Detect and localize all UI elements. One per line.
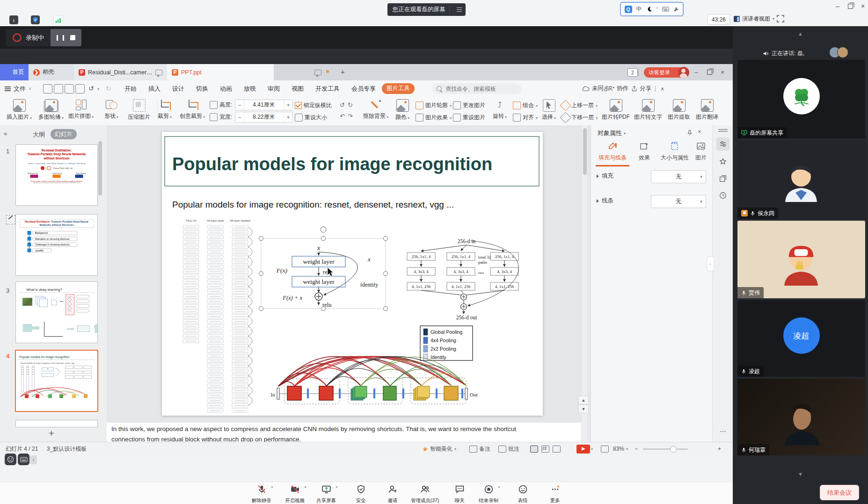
history-strip-icon[interactable] bbox=[716, 189, 729, 202]
collapse-ribbon-icon[interactable]: ∧ bbox=[661, 80, 664, 97]
tab-size-properties[interactable]: 大小与属性 bbox=[659, 141, 690, 162]
creative-crop-button[interactable]: 创意裁剪 bbox=[177, 99, 208, 120]
pause-recording-button[interactable] bbox=[57, 35, 64, 41]
picture-effects-button[interactable]: 图片效果 bbox=[416, 112, 452, 122]
notes-button[interactable]: 备注 bbox=[469, 442, 490, 455]
line-section[interactable]: 线条 bbox=[597, 197, 613, 205]
zoom-in-button[interactable]: + bbox=[718, 442, 721, 455]
keyboard-gadget-button[interactable] bbox=[18, 454, 29, 465]
menu-insert[interactable]: 插入 bbox=[148, 80, 160, 97]
collapse-gadgets-chevron[interactable]: ‹ bbox=[30, 455, 37, 464]
slide-sorter-view-button[interactable] bbox=[541, 446, 549, 453]
guest-login-button[interactable]: 访客登录 bbox=[644, 67, 689, 78]
scroll-down-icon[interactable]: ▼ bbox=[798, 471, 803, 477]
share-button[interactable]: 分享 bbox=[631, 80, 651, 97]
tab-pdf-document[interactable]: P Residual_Disti...camera (1).pdf bbox=[74, 64, 175, 80]
lock-ratio-checkbox[interactable]: 锁定纵横比 bbox=[295, 100, 332, 110]
width-increase[interactable]: + bbox=[284, 112, 292, 122]
stop-recording-toolbar-button[interactable]: ▲ 结束录制 bbox=[472, 484, 505, 504]
collapse-properties-handle[interactable]: › bbox=[707, 256, 713, 271]
manage-members-button[interactable]: 管理成员(37) bbox=[408, 484, 442, 504]
output-icon[interactable] bbox=[54, 84, 63, 94]
crop-button[interactable]: 裁剪 bbox=[153, 99, 177, 120]
tab-slides[interactable]: 幻灯片 bbox=[51, 129, 77, 139]
scroll-up-icon[interactable]: ▲ bbox=[798, 31, 803, 36]
object-properties-icon[interactable] bbox=[716, 137, 729, 151]
height-decrease[interactable]: − bbox=[235, 100, 244, 110]
wps-restore-button[interactable] bbox=[705, 68, 714, 76]
end-meeting-button[interactable]: 结束会议 bbox=[820, 485, 859, 500]
pin-icon[interactable] bbox=[686, 130, 693, 136]
zoom-out-button[interactable]: − bbox=[635, 442, 638, 455]
undo-icon[interactable]: ↺ bbox=[88, 85, 94, 92]
picture-to-text-button[interactable]: 图片转文字 bbox=[633, 99, 663, 121]
slide-thumbnail-3[interactable]: What is deep learning? bbox=[15, 281, 98, 343]
menu-slideshow[interactable]: 放映 bbox=[244, 80, 256, 97]
reading-view-button[interactable] bbox=[553, 446, 561, 453]
color-button[interactable]: 颜色 bbox=[392, 99, 413, 121]
change-picture-button[interactable]: 更改图片 bbox=[453, 100, 485, 110]
effects-strip-icon[interactable] bbox=[716, 155, 729, 168]
sync-status[interactable]: 未同步 bbox=[582, 80, 610, 97]
participant-tile-5[interactable]: 何瑞霖 bbox=[737, 379, 865, 455]
undo-caret[interactable]: ▾ bbox=[97, 87, 99, 91]
save-icon[interactable] bbox=[43, 84, 52, 94]
ime-punct-icon[interactable]: ” bbox=[656, 7, 658, 12]
comments-button[interactable]: 批注 bbox=[498, 442, 519, 455]
align-button[interactable]: 对齐 bbox=[513, 112, 538, 122]
carousel-button[interactable]: 多图轮播 bbox=[36, 99, 66, 121]
collage-button[interactable]: 图片拼图 bbox=[66, 99, 96, 120]
bring-forward-button[interactable]: 上移一层 bbox=[562, 100, 598, 110]
notes-preview[interactable]: In this work, we proposed a new aspect t… bbox=[107, 423, 581, 442]
menu-animation[interactable]: 动画 bbox=[220, 80, 232, 97]
strip-more-icon[interactable]: ⋯ bbox=[716, 425, 729, 438]
collapse-panel-button[interactable]: « bbox=[4, 130, 7, 137]
file-menu[interactable]: 文件 ∨ bbox=[5, 80, 31, 97]
tab-effects[interactable]: 效果 bbox=[635, 141, 654, 162]
rotate-button[interactable]: ⤴ 旋转 bbox=[489, 99, 510, 120]
slide-thumbnail-2[interactable]: Residual Distillation: Towards Portable … bbox=[15, 214, 98, 276]
slide-subtitle[interactable]: Popular models for image recognition: re… bbox=[172, 200, 454, 209]
close-panel-icon[interactable]: × bbox=[698, 128, 701, 135]
width-decrease[interactable]: − bbox=[235, 112, 244, 122]
search-input[interactable] bbox=[445, 85, 507, 93]
preview-icon[interactable] bbox=[75, 84, 85, 94]
wps-minimize-button[interactable]: – bbox=[692, 68, 700, 76]
unmute-button[interactable]: ▲ 解除静音 bbox=[245, 484, 278, 504]
emoji-gadget-button[interactable] bbox=[5, 454, 16, 465]
height-increase[interactable]: + bbox=[284, 100, 292, 110]
play-options-caret[interactable]: ▾ bbox=[591, 447, 593, 451]
compress-button[interactable]: 压缩图片 bbox=[124, 99, 154, 121]
slideshow-play-button[interactable] bbox=[576, 445, 590, 454]
fill-dropdown[interactable]: 无▾ bbox=[651, 170, 706, 183]
normal-view-button[interactable] bbox=[530, 446, 538, 453]
menu-devtools[interactable]: 开发工具 bbox=[315, 80, 340, 97]
command-search[interactable] bbox=[432, 83, 521, 94]
meeting-restore-button[interactable] bbox=[845, 2, 855, 10]
ime-tools-icon[interactable] bbox=[673, 7, 679, 12]
menu-view[interactable]: 视图 bbox=[292, 80, 304, 97]
shapes-button[interactable]: 形状 bbox=[99, 99, 124, 120]
redo-icon[interactable]: ↻ bbox=[106, 85, 111, 92]
menu-transition[interactable]: 切换 bbox=[196, 80, 208, 97]
menu-review[interactable]: 审阅 bbox=[268, 80, 280, 97]
participant-tile-4[interactable]: 凌超 凌超 bbox=[737, 300, 865, 377]
picture-to-pdf-button[interactable]: 图片转PDF bbox=[601, 99, 631, 121]
tab-fill-line[interactable]: 填充与线条 bbox=[596, 141, 629, 166]
zoom-level[interactable]: 83%▾ bbox=[613, 442, 628, 455]
view-mode-selector[interactable]: 演讲者视图 ▾ bbox=[734, 14, 774, 24]
line-dropdown[interactable]: 无▾ bbox=[651, 195, 706, 208]
picture-tools-tab[interactable]: 图片工具 bbox=[382, 83, 415, 94]
reset-picture-button[interactable]: 重设图片 bbox=[453, 112, 485, 122]
height-spinner[interactable]: − 4.41厘米 + bbox=[235, 100, 293, 110]
participant-tile-2[interactable]: 侯永阔 bbox=[737, 140, 865, 219]
next-slide-button[interactable]: ▼ bbox=[578, 404, 589, 413]
wps-close-button[interactable]: × bbox=[718, 68, 727, 76]
canvas-scrollbar[interactable] bbox=[582, 125, 587, 442]
menu-design[interactable]: 设计 bbox=[172, 80, 184, 97]
stop-recording-button[interactable] bbox=[70, 35, 75, 40]
picture-extract-button[interactable]: 图片提取 bbox=[665, 99, 693, 121]
participant-tile-3[interactable]: 贾伟 bbox=[737, 221, 865, 298]
reactions-button[interactable]: 表情 bbox=[506, 484, 540, 504]
meeting-info-icon[interactable]: i bbox=[9, 15, 18, 24]
